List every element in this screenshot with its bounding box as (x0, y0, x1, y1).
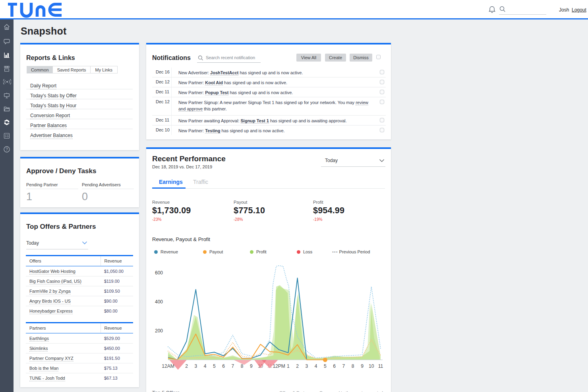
svg-text:9: 9 (250, 363, 253, 369)
svg-text:11: 11 (378, 363, 383, 369)
svg-text:8: 8 (352, 363, 354, 369)
svg-text:5: 5 (324, 363, 327, 369)
svg-text:10: 10 (369, 363, 374, 369)
svg-text:5: 5 (213, 363, 216, 369)
svg-text:6: 6 (333, 363, 336, 369)
svg-text:4: 4 (315, 363, 317, 369)
svg-text:2: 2 (185, 363, 188, 369)
svg-text:2: 2 (296, 363, 299, 369)
svg-text:?: ? (6, 147, 8, 152)
svg-text:7: 7 (231, 363, 234, 369)
svg-text:1: 1 (287, 363, 290, 369)
svg-text:12PM: 12PM (273, 363, 285, 369)
svg-text:3: 3 (306, 363, 308, 369)
svg-text:200: 200 (155, 328, 163, 334)
svg-text:400: 400 (155, 299, 163, 305)
svg-text:7: 7 (342, 363, 345, 369)
svg-text:600: 600 (155, 270, 163, 276)
svg-text:3: 3 (194, 363, 197, 369)
svg-text:6: 6 (222, 363, 225, 369)
svg-text:9: 9 (361, 363, 364, 369)
svg-text:12AM: 12AM (162, 363, 174, 369)
svg-text:4: 4 (204, 363, 207, 369)
